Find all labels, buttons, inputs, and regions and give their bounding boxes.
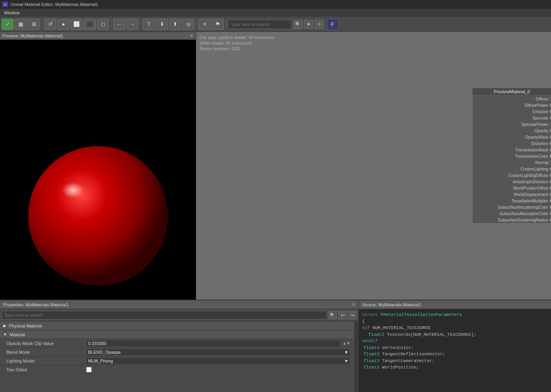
properties-panel: Properties: MyMaterials.Material1 ✕ 🔍 ↩ … — [0, 300, 359, 392]
dropdown-arrow: ▼ — [344, 350, 348, 355]
arrow-left-button[interactable]: ← — [113, 19, 125, 30]
pin-tessellationmultiplier: TessellationMultiplier — [472, 198, 551, 204]
pin-diffusepower: DiffusePower — [472, 102, 551, 108]
prop-opacity-mask-input[interactable] — [86, 340, 341, 347]
check-button[interactable]: ✓ — [2, 19, 14, 30]
prop-two-sided-checkbox[interactable] — [86, 367, 92, 372]
preview-close-button[interactable]: ✕ — [189, 33, 193, 39]
plane-button[interactable]: ◻ — [97, 19, 109, 30]
pin-anisotropicdirection: AnisotropicDirection — [472, 178, 551, 185]
sphere-preview — [22, 140, 174, 292]
pin-opacitymask: OpacityMask — [472, 134, 551, 140]
arrow-right-button[interactable]: → — [126, 19, 138, 30]
search-input[interactable] — [228, 20, 292, 29]
dropdown-arrow-2: ▼ — [344, 359, 348, 363]
pin-subsurfaceabsorptioncolor: SubsurfaceAbsorptionColor — [472, 210, 551, 217]
svg-point-1 — [56, 180, 100, 212]
pin-distortion: Distortion — [472, 140, 551, 147]
prop-opacity-mask-arrows[interactable]: ▲▼ — [342, 341, 350, 345]
svg-point-0 — [28, 146, 168, 286]
properties-option-2[interactable]: ↪ — [348, 311, 357, 319]
prop-opacity-mask-label: Opacity Mask Clip Value — [6, 341, 86, 346]
toolbar-sep-5 — [226, 20, 226, 29]
menu-bar: Window — [0, 9, 551, 17]
grid-button[interactable]: ▦ — [15, 19, 27, 30]
search-option-1[interactable]: ✦ — [304, 20, 313, 29]
source-line-9: float3 WorldPosition; — [362, 364, 548, 371]
preview-header: Preview: MyMaterials.Material1 ✕ — [0, 32, 196, 40]
sphere-button[interactable]: ● — [57, 19, 69, 30]
lines-button[interactable]: ≡ — [199, 19, 211, 30]
pin-customlighting: CustomLighting — [472, 166, 551, 172]
properties-search-button[interactable]: 🔍 — [328, 311, 337, 319]
prop-two-sided-label: Two Sided — [6, 367, 86, 372]
rotate-button[interactable]: ↺ — [44, 19, 56, 30]
pin-opacity: Opacity — [472, 127, 551, 134]
prop-two-sided: Two Sided — [0, 365, 354, 374]
prop-blend-mode-dropdown[interactable]: BLEND_Opaque ▼ — [86, 349, 350, 356]
cube-button[interactable]: ⬜ — [71, 19, 83, 30]
toolbar-sep-2 — [111, 20, 111, 29]
preview-title: Preview: MyMaterials.Material1 — [2, 33, 63, 38]
section-material[interactable]: ▼ Material — [0, 330, 354, 339]
pin-specularpower: SpecularPower — [472, 121, 551, 127]
source-line-8: float3 TangentCameraVector; — [362, 358, 548, 365]
source-line-2: { — [362, 318, 548, 325]
prop-lighting-model-dropdown[interactable]: MLM_Phong ▼ — [86, 357, 350, 365]
properties-header: Properties: MyMaterials.Material1 ✕ — [0, 300, 358, 309]
toolbar-sep-1 — [42, 20, 42, 29]
pin-diffuse: Diffuse — [472, 96, 551, 102]
prop-blend-mode-label: Blend Mode — [6, 350, 86, 355]
properties-scrollbar[interactable] — [354, 321, 358, 392]
grid2-button[interactable]: ⊞ — [28, 19, 40, 30]
section-label-material: Material — [10, 332, 25, 337]
source-line-7: float3 TangentReflectionVector; — [362, 351, 548, 358]
search-option-2[interactable]: ✧ — [315, 20, 324, 29]
upload-button[interactable]: ⬆ — [169, 19, 181, 30]
prop-lighting-model: Lighting Model MLM_Phong ▼ — [0, 357, 354, 365]
pin-transmissionmask: TransmissionMask — [472, 147, 551, 153]
t-button[interactable]: T — [143, 19, 155, 30]
properties-option-1[interactable]: ↩ — [338, 311, 347, 319]
source-panel: Source: MyMaterials.Material1 struct FMa… — [359, 300, 551, 392]
pin-subsurfacescatteringradius: SubsurfaceScatteringRadius — [472, 217, 551, 223]
cylinder-button[interactable]: ⬛ — [84, 19, 96, 30]
pin-specular: Specular — [472, 115, 551, 121]
pin-worlddisplacement: WorldDisplacement — [472, 191, 551, 198]
source-line-6: float4 VertexColor; — [362, 345, 548, 351]
properties-search-input[interactable] — [2, 311, 327, 319]
prop-lighting-model-label: Lighting Model — [6, 359, 86, 363]
download-button[interactable]: ⬇ — [156, 19, 168, 30]
pin-subsurfaceinscatteringcolor: SubsurfaceInscatteringColor — [472, 204, 551, 210]
source-content[interactable]: struct FMaterialTessellationParameters {… — [359, 309, 551, 392]
search-button[interactable]: 🔍 — [293, 20, 303, 29]
pin-customlightingdiffuse: CustomLightingDiffuse — [472, 172, 551, 178]
properties-close-button[interactable]: ✕ — [352, 302, 355, 307]
source-title: Source: MyMaterials.Material1 — [362, 302, 421, 307]
title-text: Unreal Material Editor: MyMaterials.Mate… — [10, 2, 98, 7]
section-arrow-material: ▼ — [3, 332, 7, 337]
source-line-3: #if NUM_MATERIAL_TEXCOORDS — [362, 325, 548, 331]
pin-worldpositionoffset: WorldPositionOffset — [472, 185, 551, 191]
camera-button[interactable]: ◎ — [182, 19, 194, 30]
toolbar-sep-4 — [196, 20, 197, 29]
source-line-4: float2 TexCoords[NUM_MATERIAL_TEXCOORDS]… — [362, 331, 548, 338]
section-label-physical: Physical Material — [9, 323, 42, 328]
shader-info: One pass LightEnv shader: 40 instruction… — [199, 35, 274, 52]
source-line-5: #endif — [362, 338, 548, 345]
properties-search-bar: 🔍 ↩ ↪ — [0, 309, 358, 321]
app-icon: U — [2, 2, 8, 7]
pin-normal: Normal — [472, 159, 551, 166]
material-node: PreviewMaterial_0 Diffuse DiffusePower E… — [472, 88, 551, 223]
flag-button[interactable]: ⚑ — [212, 19, 224, 30]
menu-window[interactable]: Window — [2, 10, 22, 16]
toolbar: ✓ ▦ ⊞ ↺ ● ⬜ ⬛ ◻ ← → T ⬇ ⬆ ◎ ≡ ⚑ 🔍 ✦ ✧ F — [0, 17, 551, 32]
source-line-1: struct FMaterialTessellationParameters — [362, 312, 548, 318]
source-header: Source: MyMaterials.Material1 — [359, 300, 551, 309]
section-physical-material[interactable]: ▶ Physical Material — [0, 321, 354, 330]
material-node-header: PreviewMaterial_0 — [472, 88, 551, 96]
properties-content: ▶ Physical Material ▼ Material Opacity M… — [0, 321, 354, 392]
f-button[interactable]: F — [327, 19, 338, 30]
toolbar-sep-3 — [140, 20, 141, 29]
properties-title: Properties: MyMaterials.Material1 — [3, 302, 69, 307]
